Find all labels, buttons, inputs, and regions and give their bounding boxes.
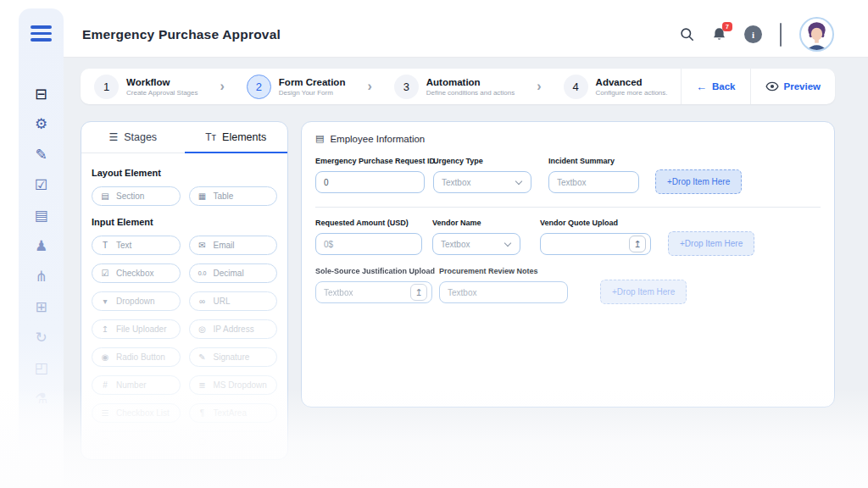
sidebar-nav: ⊟⚙✎☑▤♟⋔⊞↻◰⚗ bbox=[34, 86, 47, 408]
tab-label: Elements bbox=[222, 131, 266, 143]
step-label: Workflow bbox=[126, 76, 198, 88]
palette-item-file-uploader[interactable]: ↥File Uploader bbox=[92, 319, 181, 339]
org-chart-icon[interactable]: ⋔ bbox=[35, 269, 47, 286]
palette-item-faded[interactable]: ▢ bbox=[189, 431, 278, 451]
header-actions: 7 i bbox=[680, 17, 834, 52]
sidebar: ⊟⚙✎☑▤♟⋔⊞↻◰⚗ bbox=[19, 8, 64, 470]
user-settings-icon[interactable]: ♟ bbox=[35, 238, 47, 255]
user-avatar[interactable] bbox=[799, 17, 834, 52]
dashboard-icon[interactable]: ⊟ bbox=[35, 86, 47, 103]
palette-section-title: Input Element bbox=[92, 217, 277, 227]
palette-item-label: Decimal bbox=[214, 269, 244, 278]
dropdown-icon: ▾ bbox=[100, 297, 110, 306]
lab-icon[interactable]: ⚗ bbox=[35, 391, 47, 408]
field-procurement-review-notes[interactable]: Textbox bbox=[439, 281, 568, 303]
field-label: Vendor Quote Upload bbox=[540, 219, 651, 227]
palette-item-ip-address[interactable]: ◎IP Address bbox=[189, 319, 278, 339]
palette-item-label: Section bbox=[116, 191, 144, 201]
step-form-creation[interactable]: 2Form CreationDesign Your Form bbox=[247, 75, 346, 99]
palette-item-radio-button[interactable]: ◉Radio Button bbox=[92, 347, 181, 367]
table-icon: ▦ bbox=[198, 191, 208, 201]
field-incident-summary[interactable]: Textbox bbox=[548, 171, 639, 193]
tab-stages[interactable]: ☰Stages bbox=[81, 122, 185, 152]
drop-zone[interactable]: +Drop Item Here bbox=[655, 169, 742, 194]
notifications-bell-icon[interactable]: 7 bbox=[712, 27, 726, 42]
drop-zone[interactable]: +Drop Item Here bbox=[600, 280, 687, 304]
palette-item-decimal[interactable]: 0.0Decimal bbox=[189, 263, 278, 283]
step-subtitle: Configure more actions. bbox=[596, 89, 668, 97]
workflow-icon[interactable]: ⚙ bbox=[35, 116, 47, 133]
number-icon: # bbox=[100, 380, 110, 390]
palette-item-table[interactable]: ▦Table bbox=[189, 186, 278, 206]
palette-item-label: Checkbox List bbox=[116, 408, 170, 418]
field-value: 0$ bbox=[324, 240, 414, 249]
palette-item-label: Radio Button bbox=[116, 352, 165, 362]
info-icon[interactable]: i bbox=[744, 25, 762, 43]
file-upload-icon[interactable]: ↥ bbox=[410, 284, 427, 301]
modules-icon[interactable]: ⊞ bbox=[35, 299, 47, 316]
field-label: Requested Amount (USD) bbox=[315, 219, 422, 227]
step-subtitle: Design Your Form bbox=[279, 89, 346, 97]
menu-icon[interactable] bbox=[31, 25, 52, 42]
reports-icon[interactable]: ▤ bbox=[34, 208, 47, 225]
wizard-stepper: 1WorkflowCreate Approval Stages›2Form Cr… bbox=[81, 69, 835, 104]
step-chevron-icon: › bbox=[367, 79, 371, 94]
step-number: 3 bbox=[394, 75, 419, 99]
palette-item-label: MS Dropdown bbox=[214, 380, 267, 390]
section-icon: ▤ bbox=[315, 133, 324, 144]
chevron-down-icon bbox=[515, 177, 522, 184]
palette-item-number[interactable]: #Number bbox=[92, 375, 181, 395]
field-emergency-purchase-request-id[interactable]: 0 bbox=[315, 171, 425, 193]
palette-item-textarea[interactable]: ¶TextArea bbox=[189, 403, 278, 423]
palette-item-signature[interactable]: ✎Signature bbox=[189, 347, 278, 367]
section-icon: ▤ bbox=[100, 191, 110, 201]
palette-item-label: Dropdown bbox=[116, 297, 155, 306]
field-value: Textbox bbox=[442, 178, 513, 187]
palette-item-label: Table bbox=[214, 191, 234, 201]
palette-item-label: TextArea bbox=[214, 408, 247, 418]
search-icon[interactable] bbox=[680, 27, 694, 42]
palette-item-dropdown[interactable]: ▾Dropdown bbox=[92, 291, 181, 311]
builder-panels: ☰StagesTтElements Layout Element▤Section… bbox=[81, 121, 835, 460]
file-upload-icon[interactable]: ↥ bbox=[629, 236, 646, 252]
main-area: Emergency Purchase Approval 7 i bbox=[64, 0, 868, 488]
tab-elements[interactable]: TтElements bbox=[185, 122, 288, 152]
back-button[interactable]: ← Back bbox=[681, 69, 750, 104]
palette-item-checkbox-list[interactable]: ☰Checkbox List bbox=[92, 403, 181, 423]
palette-item-checkbox[interactable]: ☑Checkbox bbox=[92, 263, 181, 283]
field-requested-amount-usd[interactable]: 0$ bbox=[315, 233, 422, 255]
palette-item-label: IP Address bbox=[214, 324, 254, 334]
field-vendor-name[interactable]: Textbox bbox=[432, 233, 520, 255]
palette-item-label: File Uploader bbox=[116, 324, 166, 334]
faded-icon: ▢ bbox=[198, 436, 208, 446]
archive-icon[interactable]: ◰ bbox=[34, 360, 47, 377]
eye-icon bbox=[765, 80, 779, 93]
field-urgency-type[interactable]: Textbox bbox=[433, 171, 531, 193]
text-icon: T bbox=[100, 241, 110, 250]
field-value: Textbox bbox=[448, 288, 559, 297]
palette-item-ms-dropdown[interactable]: ≣MS Dropdown bbox=[189, 375, 278, 395]
palette-item-email[interactable]: ✉Email bbox=[189, 236, 278, 255]
step-automation[interactable]: 3AutomationDefine conditions and actions bbox=[394, 75, 515, 99]
palette-item-faded[interactable]: ▢ bbox=[92, 431, 181, 451]
preview-button[interactable]: Preview bbox=[750, 69, 835, 104]
step-workflow[interactable]: 1WorkflowCreate Approval Stages bbox=[94, 75, 198, 99]
palette-item-label: Text bbox=[116, 241, 131, 250]
file-uploader-icon: ↥ bbox=[100, 324, 110, 334]
drop-zone[interactable]: +Drop Item Here bbox=[668, 231, 754, 256]
palette-item-text[interactable]: TText bbox=[92, 236, 181, 255]
radio-button-icon: ◉ bbox=[100, 352, 110, 362]
field-sole-source-justification-upload[interactable]: Textbox↥ bbox=[315, 281, 432, 303]
palette-item-url[interactable]: ∞URL bbox=[189, 291, 278, 311]
approvals-icon[interactable]: ☑ bbox=[35, 177, 47, 194]
field-label: Procurement Review Notes bbox=[439, 267, 568, 275]
form-builder-icon[interactable]: ✎ bbox=[35, 147, 47, 164]
history-icon[interactable]: ↻ bbox=[35, 330, 47, 347]
back-label: Back bbox=[712, 81, 736, 92]
palette-item-label: Signature bbox=[214, 352, 250, 362]
ms-dropdown-icon: ≣ bbox=[198, 380, 208, 390]
field-vendor-quote-upload[interactable]: ↥ bbox=[540, 233, 651, 255]
ip-address-icon: ◎ bbox=[198, 324, 208, 334]
step-advanced[interactable]: 4AdvancedConfigure more actions. bbox=[564, 75, 668, 99]
palette-item-section[interactable]: ▤Section bbox=[92, 186, 181, 206]
